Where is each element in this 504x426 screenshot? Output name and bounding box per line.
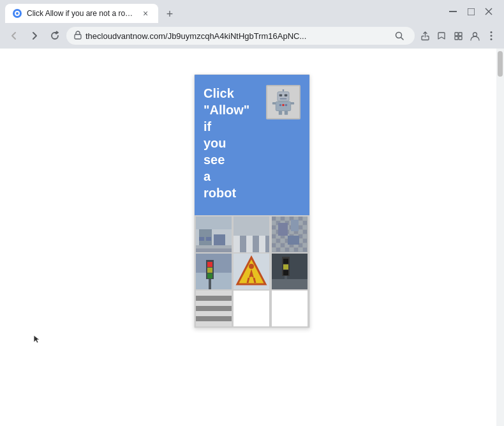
grid-image-5 (233, 254, 269, 289)
forward-button[interactable] (26, 27, 43, 45)
svg-rect-25 (279, 111, 282, 115)
svg-rect-7 (455, 33, 458, 36)
svg-rect-4 (75, 34, 81, 39)
tab-title: Click Allow if you are not a robot (27, 9, 135, 18)
robot-thumbnail (266, 85, 300, 119)
svg-rect-1 (468, 8, 475, 15)
captcha-line6: a (204, 169, 211, 183)
menu-icon[interactable] (484, 28, 499, 43)
captcha-line5: see (204, 153, 225, 167)
grid-cell-5[interactable] (233, 254, 269, 289)
grid-cell-9-empty (272, 291, 308, 326)
svg-rect-8 (459, 33, 462, 36)
grid-cell-6[interactable] (272, 254, 308, 289)
page-content: Click "Allow" if you see a robot (0, 49, 504, 426)
new-tab-button[interactable]: + (161, 5, 179, 23)
account-icon[interactable] (467, 28, 482, 43)
search-icon[interactable] (392, 28, 407, 43)
extensions-icon[interactable] (450, 28, 466, 43)
svg-rect-20 (280, 98, 287, 100)
grid-cell-4[interactable] (196, 254, 232, 289)
svg-point-23 (282, 104, 285, 107)
svg-rect-10 (459, 36, 462, 40)
share-icon[interactable] (417, 28, 433, 43)
captcha-line3: if (204, 119, 211, 133)
svg-point-14 (491, 38, 493, 40)
grid-image-2 (233, 217, 269, 252)
svg-rect-21 (276, 102, 290, 110)
captcha-line1: Click (204, 86, 234, 100)
tab-close-button[interactable]: × (140, 8, 151, 19)
page-inner: Click "Allow" if you see a robot (0, 49, 504, 354)
scrollbar[interactable] (496, 49, 504, 426)
grid-cell-7[interactable] (196, 291, 232, 326)
svg-rect-15 (278, 92, 289, 101)
svg-line-6 (401, 38, 404, 40)
scrollbar-thumb[interactable] (498, 51, 503, 77)
grid-cell-3[interactable] (272, 217, 308, 252)
minimize-button[interactable] (448, 6, 458, 17)
grid-image-4 (196, 254, 232, 289)
svg-point-24 (285, 104, 288, 107)
close-window-button[interactable] (484, 6, 494, 17)
svg-rect-28 (291, 102, 294, 105)
svg-point-11 (473, 33, 477, 36)
maximize-button[interactable] (466, 6, 476, 17)
captcha-line4: you (204, 136, 226, 150)
back-button[interactable] (5, 27, 23, 45)
svg-point-22 (279, 104, 282, 107)
svg-point-12 (491, 31, 493, 33)
grid-image-6 (272, 254, 308, 289)
lock-icon (74, 31, 82, 42)
grid-image-7 (196, 291, 232, 326)
address-box[interactable]: thecloudvantnow.com/Jb9uymzcqhA4kiNtHgbT… (66, 27, 415, 45)
reload-button[interactable] (46, 27, 64, 45)
captcha-line7: robot (204, 186, 236, 200)
grid-cell-2[interactable] (233, 217, 269, 252)
svg-rect-9 (455, 36, 458, 40)
address-bar: thecloudvantnow.com/Jb9uymzcqhA4kiNtHgbT… (0, 23, 504, 49)
grid-image-1 (196, 217, 232, 252)
svg-rect-18 (279, 94, 283, 96)
browser-window: Click Allow if you are not a robot × + (0, 0, 504, 426)
url-text: thecloudvantnow.com/Jb9uymzcqhA4kiNtHgbT… (85, 31, 388, 41)
bookmark-icon[interactable] (434, 28, 449, 43)
tab-strip: Click Allow if you are not a robot × + (5, 0, 448, 23)
svg-rect-26 (285, 111, 288, 115)
grid-cell-1[interactable] (196, 217, 232, 252)
address-actions (417, 28, 499, 43)
grid-image-3 (272, 217, 308, 252)
svg-point-17 (283, 89, 285, 91)
captcha-card: Click "Allow" if you see a robot (194, 74, 310, 328)
svg-rect-0 (449, 11, 457, 12)
active-tab[interactable]: Click Allow if you are not a robot × (5, 4, 158, 23)
window-controls (448, 6, 499, 17)
svg-point-13 (491, 35, 493, 37)
captcha-image-grid (195, 215, 309, 328)
captcha-header: Click "Allow" if you see a robot (195, 75, 309, 215)
svg-rect-27 (272, 102, 276, 105)
title-bar: Click Allow if you are not a robot × + (0, 0, 504, 23)
captcha-text: Click "Allow" if you see a robot (204, 85, 261, 201)
robot-illustration (272, 89, 295, 115)
grid-cell-8-empty (233, 291, 269, 326)
captcha-line2: "Allow" (204, 103, 249, 117)
tab-favicon (13, 9, 22, 18)
svg-rect-19 (285, 94, 288, 96)
